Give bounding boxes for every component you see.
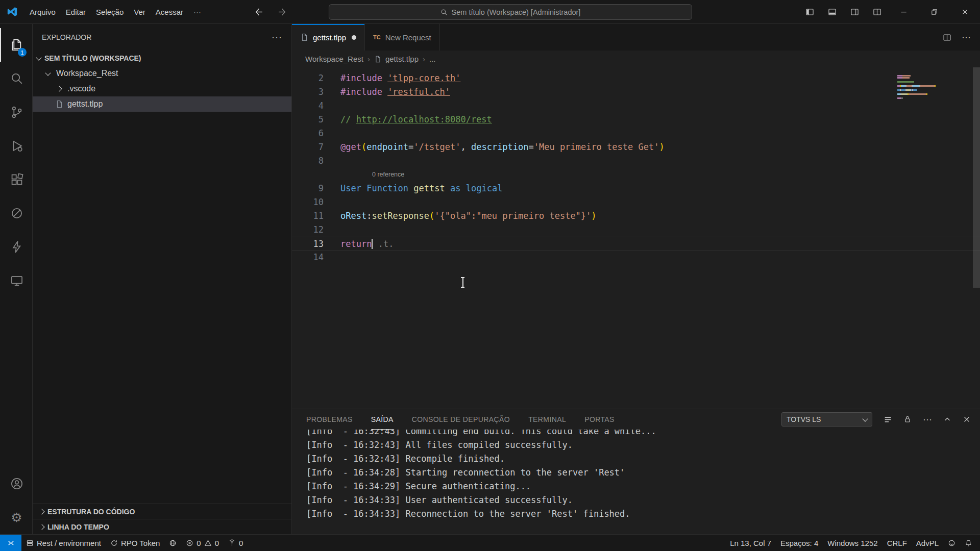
code-line-14[interactable]: 14 xyxy=(292,251,980,264)
status-broadcast[interactable]: 0 xyxy=(224,535,248,551)
status-notifications[interactable] xyxy=(960,535,977,551)
code-line-5[interactable]: 5// http://localhost:8080/rest xyxy=(292,113,980,127)
toggle-secondary-sidebar-icon[interactable] xyxy=(843,0,866,24)
code-line-7[interactable]: 7@get(endpoint='/tstget', description='M… xyxy=(292,140,980,154)
line-number[interactable]: 6 xyxy=(292,127,324,140)
activity-explorer[interactable]: 1 xyxy=(0,28,32,62)
remote-indicator[interactable] xyxy=(0,535,21,551)
activity-totvs[interactable] xyxy=(0,196,32,230)
line-number[interactable]: 13 xyxy=(292,237,324,250)
tree-file-gettst-tlpp[interactable]: gettst.tlpp xyxy=(33,96,291,112)
menu-item-acessar[interactable]: Acessar xyxy=(151,5,188,19)
menu-item-arquivo[interactable]: Arquivo xyxy=(24,5,61,19)
panel-tab-console-de-depurac-a-o[interactable]: CONSOLE DE DEPURAÇÃO xyxy=(412,409,510,430)
minimap[interactable] xyxy=(897,69,972,96)
toggle-sidebar-icon[interactable] xyxy=(798,0,821,24)
code-line-4[interactable]: 4 xyxy=(292,99,980,113)
tab-gettst-tlpp[interactable]: gettst.tlpp xyxy=(292,24,365,51)
close-window-button[interactable] xyxy=(949,0,980,24)
line-number[interactable]: 7 xyxy=(292,140,324,154)
status-language-mode[interactable]: AdvPL xyxy=(912,535,943,551)
editor-more-actions-icon[interactable]: ··· xyxy=(962,32,971,43)
command-center-search[interactable]: Sem título (Workspace) [Administrador] xyxy=(329,4,692,20)
code-line-3[interactable]: 3#include 'restful.ch' xyxy=(292,85,980,99)
code-line-2[interactable]: 2#include 'tlpp-core.th' xyxy=(292,71,980,85)
section-timeline[interactable]: LINHA DO TEMPO xyxy=(33,519,291,534)
status-rpo-token[interactable]: RPO Token xyxy=(106,535,164,551)
codelens-reference[interactable]: 0 reference xyxy=(372,168,404,182)
status-eol[interactable]: CRLF xyxy=(883,535,912,551)
split-editor-icon[interactable] xyxy=(943,33,951,42)
code-line-9[interactable]: 9User Function gettst as logical xyxy=(292,182,980,195)
line-number[interactable]: 2 xyxy=(292,71,324,85)
code-line-8[interactable]: 8 xyxy=(292,154,980,168)
toggle-panel-icon[interactable] xyxy=(821,0,843,24)
minimize-button[interactable] xyxy=(888,0,919,24)
line-number[interactable]: 8 xyxy=(292,154,324,168)
status-encoding[interactable]: Windows 1252 xyxy=(823,535,882,551)
code-line-13[interactable]: 13return .t. xyxy=(292,237,980,251)
forward-arrow-icon[interactable] xyxy=(278,8,286,16)
panel-tab-terminal[interactable]: TERMINAL xyxy=(528,409,566,430)
close-panel-icon[interactable] xyxy=(963,415,971,423)
activity-remote-explorer[interactable] xyxy=(0,264,32,297)
menu-overflow[interactable]: ··· xyxy=(188,5,206,19)
menu-item-ver[interactable]: Ver xyxy=(129,5,151,19)
output-list-icon[interactable] xyxy=(884,415,892,424)
code-line-11[interactable]: 11oRest:setResponse('{"ola":"meu primeir… xyxy=(292,209,980,223)
panel-tab-problemas[interactable]: PROBLEMAS xyxy=(306,409,353,430)
output-channel-select[interactable]: TOTVS LS xyxy=(781,412,872,427)
code-line-12[interactable]: 12 xyxy=(292,223,980,237)
maximize-panel-icon[interactable] xyxy=(943,415,951,423)
activity-thunder-client[interactable] xyxy=(0,230,32,264)
line-number[interactable]: 12 xyxy=(292,223,324,237)
status-language-server[interactable] xyxy=(164,535,181,551)
activity-search[interactable] xyxy=(0,62,32,95)
section-outline[interactable]: ESTRUTURA DO CÓDIGO xyxy=(33,504,291,519)
panel-tab-portas[interactable]: PORTAS xyxy=(584,409,615,430)
restore-button[interactable] xyxy=(919,0,949,24)
editor-scrollbar[interactable] xyxy=(973,67,980,288)
code-token: ) xyxy=(659,142,664,152)
line-number[interactable]: 10 xyxy=(292,195,324,209)
code-line-10[interactable]: 10 xyxy=(292,195,980,209)
line-number[interactable]: 3 xyxy=(292,85,324,99)
activity-account[interactable] xyxy=(0,467,32,500)
tree-folder-workspace-rest[interactable]: Workspace_Rest xyxy=(33,66,291,81)
activity-source-control[interactable] xyxy=(0,95,32,129)
sidebar-more-actions-icon[interactable]: ··· xyxy=(272,32,282,43)
monitor-icon xyxy=(10,274,23,287)
customize-layout-icon[interactable] xyxy=(866,0,888,24)
status-cursor-position[interactable]: Ln 13, Col 7 xyxy=(725,535,776,551)
breadcrumb-folder[interactable]: Workspace_Rest xyxy=(305,55,363,63)
status-environment[interactable]: Rest / environment xyxy=(21,535,106,551)
line-number[interactable]: 5 xyxy=(292,113,324,127)
menu-item-selec-a-o[interactable]: Seleção xyxy=(91,5,129,19)
line-number[interactable]: 4 xyxy=(292,99,324,113)
breadcrumb-file[interactable]: gettst.tlpp xyxy=(385,55,419,63)
lock-output-icon[interactable] xyxy=(903,415,912,423)
line-number[interactable]: 9 xyxy=(292,182,324,195)
line-number[interactable]: 11 xyxy=(292,209,324,223)
activity-run-debug[interactable] xyxy=(0,129,32,163)
activity-extensions[interactable] xyxy=(0,163,32,196)
tree-folder-vscode[interactable]: .vscode xyxy=(33,81,291,96)
back-arrow-icon[interactable] xyxy=(255,8,263,16)
code-token xyxy=(408,183,413,193)
breadcrumb-symbol[interactable]: ... xyxy=(429,55,436,63)
code-line-6[interactable]: 6 xyxy=(292,127,980,140)
activity-settings[interactable]: ⚙ xyxy=(0,500,32,534)
status-indentation[interactable]: Espaços: 4 xyxy=(776,535,823,551)
panel-tab-sai-da[interactable]: SAÍDA xyxy=(371,409,394,430)
status-feedback[interactable] xyxy=(943,535,960,551)
code-editor[interactable]: 2#include 'tlpp-core.th'3#include 'restf… xyxy=(292,67,980,409)
chevron-right-icon: › xyxy=(368,55,370,63)
panel-more-actions-icon[interactable]: ··· xyxy=(923,414,932,425)
line-number[interactable]: 14 xyxy=(292,251,324,264)
tree-item-label: .vscode xyxy=(67,84,95,93)
output-content[interactable]: [Info - 16:32:43] Committing end build. … xyxy=(292,430,980,534)
status-problems[interactable]: 0 0 xyxy=(181,535,224,551)
tab-new-request[interactable]: TCNew Request xyxy=(365,24,440,51)
workspace-section-header[interactable]: SEM TÍTULO (WORKSPACE) xyxy=(33,51,291,66)
menu-item-editar[interactable]: Editar xyxy=(61,5,91,19)
